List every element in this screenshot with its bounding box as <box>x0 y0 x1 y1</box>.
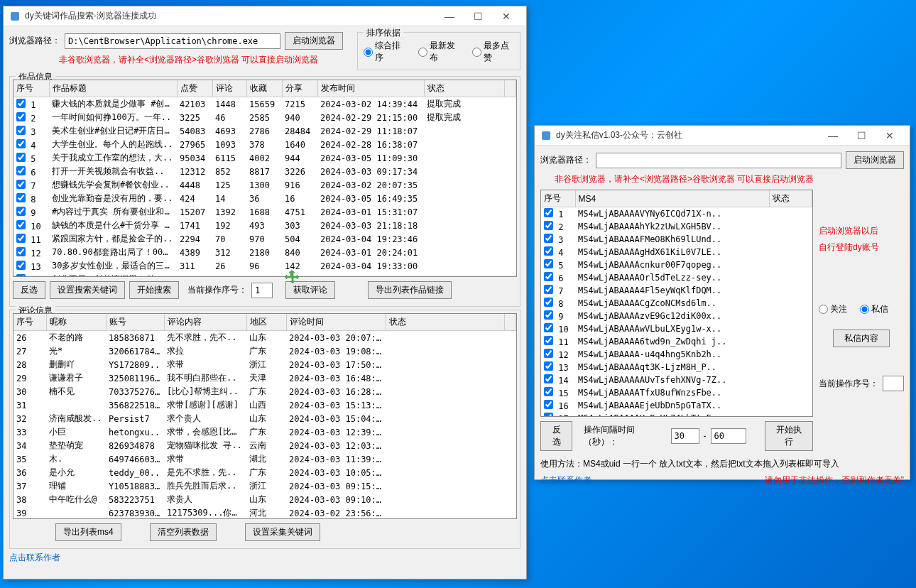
get-comments-button[interactable]: 获取评论 <box>285 281 335 299</box>
minimize-button[interactable]: — <box>435 6 464 26</box>
column-header[interactable]: 评论 <box>212 80 246 97</box>
interval-max-input[interactable] <box>711 428 746 444</box>
column-header[interactable]: 账号 <box>106 314 164 331</box>
table-row[interactable]: 6MS4wLjABAAAAOrl5dTeLzz-sey.. <box>541 271 812 284</box>
row-checkbox[interactable] <box>16 234 26 243</box>
row-checkbox[interactable] <box>544 349 553 358</box>
table-row[interactable]: 14创业不易，创前请深思！#知..193250316213592024-03-0… <box>13 273 516 277</box>
follow-radio[interactable]: 关注 <box>819 303 847 315</box>
table-row[interactable]: 12MS4wLjABAAAA-u4q4hng5Knb2h.. <box>541 348 812 361</box>
row-checkbox[interactable] <box>16 247 26 256</box>
column-header[interactable]: MS4 <box>575 190 770 207</box>
column-header[interactable]: 状态 <box>386 314 505 331</box>
start-browser-button[interactable]: 启动浏览器 <box>285 32 343 50</box>
dm-content-button[interactable]: 私信内容 <box>833 330 890 347</box>
row-checkbox[interactable] <box>16 193 26 202</box>
invert-select-button[interactable]: 反选 <box>540 421 572 451</box>
row-checkbox[interactable] <box>16 261 26 270</box>
close-button[interactable]: ✕ <box>492 6 520 26</box>
row-checkbox[interactable] <box>544 272 553 281</box>
start-search-button[interactable]: 开始搜索 <box>129 281 179 299</box>
column-header[interactable]: 分享 <box>282 80 317 97</box>
invert-select-button[interactable]: 反选 <box>13 281 45 299</box>
contact-author-link[interactable]: 点击联系作者 <box>540 474 591 486</box>
table-row[interactable]: 36是小允teddy_00..是先不求胜，先..广东2024-03-03 10:… <box>13 466 516 479</box>
column-header[interactable]: 地区 <box>246 314 286 331</box>
table-row[interactable]: 9#内容过于真实 所有要创业和..152071392168847512024-0… <box>13 205 516 219</box>
table-row[interactable]: 16MS4wLjABAAAAEjeUbDn5pGTaTX.. <box>541 399 812 412</box>
works-table[interactable]: 序号作品标题点赞评论收藏分享发布时间状态 1赚大钱的本质就是少做事 #创..42… <box>13 80 517 277</box>
row-checkbox[interactable] <box>544 323 553 332</box>
table-row[interactable]: 33小巨hetongxu..求带，会感恩[比心]广东2024-03-03 12:… <box>13 425 516 439</box>
table-row[interactable]: 6打开一开关视频就会有收益..12312852881732262024-03-0… <box>13 165 516 178</box>
table-row[interactable]: 38中午吃什么@583223751求贵人山东2024-03-03 09:10:0… <box>13 493 516 506</box>
row-checkbox[interactable] <box>544 246 553 256</box>
column-header[interactable]: 状态 <box>424 80 505 97</box>
row-checkbox[interactable] <box>16 126 26 135</box>
interval-min-input[interactable] <box>671 428 699 444</box>
row-checkbox[interactable] <box>16 139 26 148</box>
table-row[interactable]: 8创业光靠勤奋是没有用的，要..4241436162024-03-05 16:4… <box>13 192 516 205</box>
close-button[interactable]: ✕ <box>876 126 904 146</box>
table-row[interactable]: 5关于我成立工作室的想法，大..95034611540029442024-03-… <box>13 151 516 165</box>
table-row[interactable]: 32济南咸酸发..Persist7求个贵人山东2024-03-03 15:04:… <box>13 412 516 425</box>
table-row[interactable]: 11紧跟国家方针，都是捡金子的..2294709705042024-03-04 … <box>13 232 516 246</box>
table-row[interactable]: 35木.64974660336求带湖北2024-03-03 11:39:17 <box>13 452 516 466</box>
column-header[interactable]: 状态 <box>770 190 812 207</box>
browser-path-input[interactable] <box>65 33 280 49</box>
row-checkbox[interactable] <box>16 112 26 121</box>
row-checkbox[interactable] <box>544 285 553 294</box>
table-row[interactable]: 3美术生创业#创业日记#开店日..5408346932786284842024-… <box>13 124 516 138</box>
table-row[interactable]: 1赚大钱的本质就是少做事 #创..4210314481565972152024-… <box>13 97 516 111</box>
table-row[interactable]: 4MS4wLjABAAAAgHdX61KiL0V7LE.. <box>541 246 812 258</box>
row-checkbox[interactable] <box>544 336 553 345</box>
export-ms4-button[interactable]: 导出列表ms4 <box>55 523 121 541</box>
table-row[interactable]: 10缺钱的本质是什么#干货分享 ..17411924933032024-03-0… <box>13 219 516 232</box>
row-checkbox[interactable] <box>544 208 553 217</box>
table-row[interactable]: 7想赚钱先学会复制#餐饮创业..444812513009162024-03-02… <box>13 178 516 192</box>
column-header[interactable]: 发布时间 <box>317 80 424 97</box>
row-checkbox[interactable] <box>16 220 26 229</box>
table-row[interactable]: 7MS4wLjABAAAA4Fl5eyWqKlfDQM.. <box>541 284 812 297</box>
set-keyword-button[interactable]: 设置搜索关键词 <box>50 281 125 299</box>
table-row[interactable]: 2MS4wLjABAAAAhYk2zUwLXGH5BV.. <box>541 220 812 233</box>
column-header[interactable]: 评论时间 <box>286 314 386 331</box>
browser-path-input[interactable] <box>596 153 841 168</box>
table-row[interactable]: 13MS4wLjABAAAAqt3K-LjzM8H_P.. <box>541 361 812 374</box>
maximize-button[interactable]: ☐ <box>847 126 876 146</box>
row-checkbox[interactable] <box>544 387 553 396</box>
table-row[interactable]: 26不老的路185836871先不求胜，先不..山东2024-03-03 20:… <box>13 331 516 345</box>
column-header[interactable]: 点赞 <box>177 80 212 97</box>
column-header[interactable]: 收藏 <box>246 80 282 97</box>
table-row[interactable]: 396237839304112175309...你如果事情都不..河北2024-… <box>13 506 516 519</box>
column-header[interactable]: 评论内容 <box>164 314 246 331</box>
dm-radio[interactable]: 私信 <box>860 303 888 315</box>
table-row[interactable]: 2一年时间如何挣100万。一年..32254625859402024-02-29… <box>13 111 516 124</box>
table-row[interactable]: 34垫垫萌宠826934878宠物猫咪批发 寻..云南2024-03-03 12… <box>13 439 516 452</box>
current-seq-input[interactable] <box>251 283 273 298</box>
row-checkbox[interactable] <box>544 234 553 243</box>
table-row[interactable]: 8MS4wLjABAAAACgZcoNCMsd6lm.. <box>541 297 812 310</box>
table-row[interactable]: 11MS4wLjABAAAA6twd9n_ZwDqhi j.. <box>541 335 812 348</box>
row-checkbox[interactable] <box>544 361 553 371</box>
table-row[interactable]: 29谦谦君子32508119675我不明白那些在..天津2024-03-03 1… <box>13 371 516 385</box>
titlebar[interactable]: dy关键词作品搜索-浏览器连接成功 — ☐ ✕ <box>4 6 526 26</box>
row-checkbox[interactable] <box>16 153 26 162</box>
start-browser-button[interactable]: 启动浏览器 <box>846 151 904 169</box>
table-row[interactable]: 37理铺Y1051888327胜兵先胜而后求..浙江2024-03-03 09:… <box>13 479 516 493</box>
clear-table-button[interactable]: 清空列表数据 <box>150 523 217 541</box>
maximize-button[interactable]: ☐ <box>464 6 492 26</box>
column-header[interactable]: 作品标题 <box>49 80 177 97</box>
sort-most-likes-radio[interactable]: 最多点赞 <box>472 40 514 64</box>
row-checkbox[interactable] <box>16 207 26 216</box>
table-row[interactable]: 5MS4wLjABAAAAcnkur00F7qopeg.. <box>541 258 812 271</box>
column-header[interactable]: 序号 <box>13 80 49 97</box>
row-checkbox[interactable] <box>544 259 553 268</box>
column-header[interactable]: 序号 <box>541 190 575 207</box>
table-row[interactable]: 4大学生创业。每个人的起跑线..27965109337816402024-02-… <box>13 138 516 151</box>
table-row[interactable]: 14MS4wLjABAAAAAUvTsfehXNVg-7Z.. <box>541 374 812 386</box>
sort-comprehensive-radio[interactable]: 综合排序 <box>364 40 405 64</box>
row-checkbox[interactable] <box>544 413 553 417</box>
comments-table[interactable]: 序号昵称账号评论内容地区评论时间状态 26不老的路185836871先不求胜，先… <box>13 313 517 519</box>
row-checkbox[interactable] <box>544 374 553 383</box>
